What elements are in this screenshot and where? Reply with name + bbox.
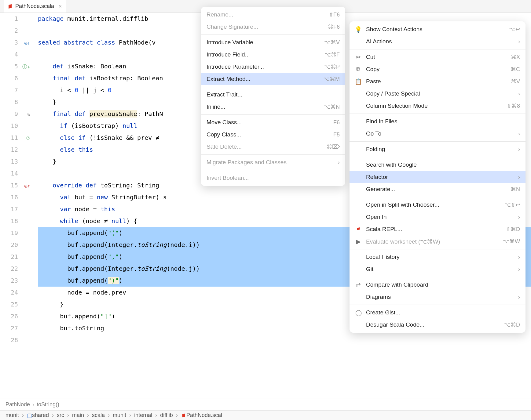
nav-item[interactable]: internal: [134, 412, 152, 418]
chevron-right-icon: ›: [518, 254, 520, 260]
copy-item[interactable]: ⧉Copy⌘C: [350, 63, 526, 75]
migrate-item[interactable]: Migrate Packages and Classes›: [201, 156, 345, 168]
scissors-icon: ✂: [355, 54, 362, 61]
introduce-variable-item[interactable]: Introduce Variable...⌥⌘V: [201, 36, 345, 49]
rename-item[interactable]: Rename...⇧F6: [201, 9, 345, 21]
compare-icon: ⇄: [355, 281, 362, 288]
nav-breadcrumb: munit› ▢ shared› src› main› scala› munit…: [0, 410, 531, 420]
move-class-item[interactable]: Move Class...F6: [201, 116, 345, 129]
editor-breadcrumb: PathNode › toString(): [0, 399, 531, 410]
local-history-item[interactable]: Local History›: [350, 251, 526, 263]
inline-item[interactable]: Inline...⌥⌘N: [201, 101, 345, 113]
evaluate-worksheet-item[interactable]: ▶Evaluate worksheet (⌥⌘W)⌥⌘W: [350, 235, 526, 248]
github-icon: ◯: [355, 309, 362, 316]
chevron-right-icon: ›: [176, 412, 178, 418]
folding-item[interactable]: Folding›: [350, 143, 526, 155]
copy-paste-special-item[interactable]: Copy / Paste Special›: [350, 88, 526, 100]
nav-item[interactable]: munit: [113, 412, 126, 418]
extract-trait-item[interactable]: Extract Trait...: [201, 89, 345, 101]
copy-class-item[interactable]: Copy Class...F5: [201, 129, 345, 141]
line-number: 15◎↑: [0, 179, 18, 191]
override-icon[interactable]: ◎↑: [24, 179, 30, 191]
line-number: 10: [0, 120, 18, 132]
scala-repl-item[interactable]: Scala REPL...⇧⌘D: [350, 223, 526, 235]
generate-item[interactable]: Generate...⌘N: [350, 183, 526, 195]
diagrams-item[interactable]: Diagrams›: [350, 291, 526, 303]
chevron-right-icon: ›: [518, 214, 520, 220]
go-to-item[interactable]: Go To›: [350, 128, 526, 140]
chevron-right-icon: ›: [518, 146, 520, 153]
line-number: 8: [0, 96, 18, 108]
nav-item[interactable]: scala: [92, 412, 105, 418]
tab-filename: PathNode.scala: [15, 3, 54, 9]
introduce-parameter-item[interactable]: Introduce Parameter...⌥⌘P: [201, 61, 345, 73]
create-gist-item[interactable]: ◯Create Gist...: [350, 306, 526, 319]
recursive-icon[interactable]: ⟳: [26, 132, 30, 144]
open-in-item[interactable]: Open In›: [350, 211, 526, 223]
line-number: 16: [0, 191, 18, 203]
line-number: 13: [0, 156, 18, 168]
nav-item[interactable]: munit: [5, 412, 19, 418]
compare-clipboard-item[interactable]: ⇄Compare with Clipboard: [350, 279, 526, 291]
line-number: 21: [0, 251, 18, 263]
search-google-item[interactable]: Search with Google: [350, 159, 526, 171]
menu-separator: [350, 49, 526, 49]
chevron-right-icon: ›: [518, 294, 520, 300]
line-number: 27: [0, 322, 18, 334]
line-number: 1: [0, 13, 18, 25]
breadcrumb-item[interactable]: PathNode: [5, 401, 30, 408]
show-context-actions-item[interactable]: 💡Show Context Actions⌥↩: [350, 23, 526, 35]
line-number: 14: [0, 168, 18, 179]
line-number: 5Ⓘ↓: [0, 60, 18, 72]
cut-item[interactable]: ✂Cut⌘X: [350, 51, 526, 63]
introduce-field-item[interactable]: Introduce Field...⌥⌘F: [201, 49, 345, 61]
paste-item[interactable]: 📋Paste⌘V: [350, 75, 526, 88]
menu-separator: [350, 197, 526, 197]
chevron-right-icon: ›: [129, 412, 131, 418]
code-line: [38, 334, 531, 346]
folder-icon: ▢: [27, 412, 32, 419]
chevron-right-icon: ›: [67, 412, 69, 418]
scala-file-icon: [181, 413, 186, 418]
invert-boolean-item[interactable]: Invert Boolean...: [201, 172, 345, 184]
line-number: 19: [0, 227, 18, 239]
nav-item[interactable]: difflib: [160, 412, 173, 418]
chevron-right-icon: ›: [518, 174, 520, 180]
refactor-submenu: Rename...⇧F6 Change Signature...⌘F6 Intr…: [201, 7, 345, 186]
line-number: 9↻: [0, 108, 18, 120]
play-icon: ▶: [355, 238, 362, 245]
ai-actions-item[interactable]: AI Actions›: [350, 35, 526, 48]
line-number: 23: [0, 275, 18, 287]
impl-icon[interactable]: Ⓘ↓: [22, 60, 30, 72]
chevron-right-icon: ›: [518, 130, 520, 137]
safe-delete-item[interactable]: Safe Delete...⌘⌦: [201, 141, 345, 153]
breadcrumb-item[interactable]: toString(): [37, 401, 59, 408]
menu-separator: [201, 170, 345, 170]
line-number: 28: [0, 334, 18, 346]
recursive-icon[interactable]: ↻: [27, 108, 30, 120]
git-item[interactable]: Git›: [350, 263, 526, 275]
refactor-item[interactable]: Refactor›: [350, 171, 526, 183]
menu-separator: [350, 114, 526, 114]
target-icon[interactable]: ◎↓: [24, 37, 30, 49]
find-in-files-item[interactable]: Find in Files: [350, 115, 526, 128]
menu-separator: [201, 114, 345, 115]
line-number: 4: [0, 49, 18, 60]
chevron-right-icon: ›: [155, 412, 157, 418]
line-number: 25: [0, 299, 18, 310]
change-signature-item[interactable]: Change Signature...⌘F6: [201, 21, 345, 33]
extract-method-item[interactable]: Extract Method...⌥⌘M: [201, 73, 345, 85]
nav-item[interactable]: shared: [32, 412, 49, 418]
menu-separator: [350, 249, 526, 249]
line-number: 3◎↓: [0, 37, 18, 49]
editor-tab[interactable]: PathNode.scala ✕: [4, 0, 66, 13]
column-selection-item[interactable]: Column Selection Mode⇧⌘8: [350, 100, 526, 112]
nav-item[interactable]: main: [72, 412, 84, 418]
nav-item[interactable]: src: [57, 412, 64, 418]
menu-separator: [350, 277, 526, 277]
chevron-right-icon: ›: [32, 401, 34, 408]
desugar-item[interactable]: Desugar Scala Code...⌥⌘D: [350, 319, 526, 331]
open-split-item[interactable]: Open in Split with Chooser...⌥⇧↩: [350, 199, 526, 211]
tab-close-icon[interactable]: ✕: [58, 4, 62, 9]
nav-item[interactable]: PathNode.scal: [186, 412, 222, 418]
